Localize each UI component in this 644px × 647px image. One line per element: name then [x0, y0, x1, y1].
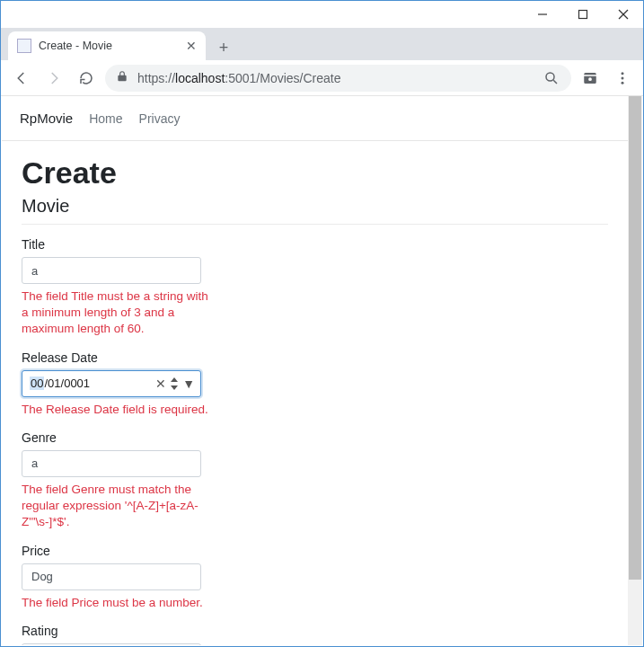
release-date-error: The Release Date field is required. [22, 402, 291, 418]
genre-input[interactable] [22, 450, 201, 477]
page-heading: Create [22, 155, 608, 191]
new-tab-button[interactable]: + [211, 35, 236, 60]
nav-link-home[interactable]: Home [89, 111, 122, 126]
price-error: The field Price must be a number. [22, 595, 291, 611]
main-content: Create Movie Title The field Title must … [2, 141, 628, 645]
title-error: The field Title must be a string with a … [22, 288, 210, 338]
zoom-icon[interactable] [543, 65, 560, 92]
price-label: Price [22, 544, 318, 558]
form-group-price: Price The field Price must be a number. [22, 544, 318, 611]
browser-tab-active[interactable]: Create - Movie ✕ [8, 31, 206, 60]
rating-input[interactable] [22, 643, 201, 645]
tab-close-icon[interactable]: ✕ [186, 39, 197, 53]
nav-link-privacy[interactable]: Privacy [139, 111, 181, 126]
date-spinner-icon[interactable] [170, 377, 179, 390]
release-date-value: 00/01/0001 [30, 377, 152, 390]
svg-point-8 [622, 81, 624, 84]
release-date-input[interactable]: 00/01/0001 ✕ ▼ [22, 370, 201, 397]
forward-button[interactable] [40, 65, 67, 92]
svg-marker-9 [171, 377, 178, 382]
window-titlebar [1, 1, 643, 28]
url-text: https://localhost:5001/Movies/Create [137, 71, 534, 85]
form-group-release-date: Release Date 00/01/0001 ✕ ▼ The Release … [22, 350, 318, 418]
brand-link[interactable]: RpMovie [20, 111, 73, 126]
rating-label: Rating [22, 624, 318, 638]
window-minimize-button[interactable] [522, 1, 562, 28]
svg-point-4 [546, 73, 554, 81]
date-dropdown-icon[interactable]: ▼ [182, 377, 195, 391]
svg-marker-10 [171, 386, 178, 390]
reload-button[interactable] [73, 65, 100, 92]
address-bar[interactable]: https://localhost:5001/Movies/Create [105, 65, 571, 92]
window-close-button[interactable] [603, 1, 643, 28]
svg-point-6 [622, 72, 624, 75]
title-label: Title [22, 237, 318, 252]
svg-rect-1 [578, 11, 587, 19]
svg-point-7 [622, 76, 624, 79]
window-maximize-button[interactable] [562, 1, 603, 28]
scrollbar-vertical[interactable] [628, 96, 642, 645]
tab-title: Create - Movie [39, 40, 179, 52]
form-group-rating: Rating The field Rating must match the r… [22, 624, 318, 645]
release-date-label: Release Date [22, 350, 318, 365]
page-subheading: Movie [22, 196, 608, 217]
page-favicon-icon [17, 39, 31, 53]
lock-icon [116, 70, 128, 85]
form-group-genre: Genre The field Genre must match the reg… [22, 430, 318, 531]
back-button[interactable] [8, 65, 35, 92]
genre-error: The field Genre must match the regular e… [22, 482, 210, 531]
page-viewport: RpMovie Home Privacy Create Movie Title … [2, 96, 642, 645]
account-icon[interactable] [577, 65, 604, 92]
title-input[interactable] [22, 257, 201, 284]
browser-toolbar: https://localhost:5001/Movies/Create [1, 60, 643, 96]
price-input[interactable] [22, 563, 201, 590]
date-clear-icon[interactable]: ✕ [155, 377, 166, 391]
genre-label: Genre [22, 430, 318, 445]
browser-tab-strip: Create - Movie ✕ + [1, 28, 643, 60]
divider [22, 224, 608, 225]
form-group-title: Title The field Title must be a string w… [22, 237, 318, 338]
scrollbar-thumb[interactable] [629, 96, 641, 580]
svg-line-5 [553, 80, 557, 84]
site-navbar: RpMovie Home Privacy [2, 96, 628, 141]
menu-icon[interactable] [609, 65, 636, 92]
